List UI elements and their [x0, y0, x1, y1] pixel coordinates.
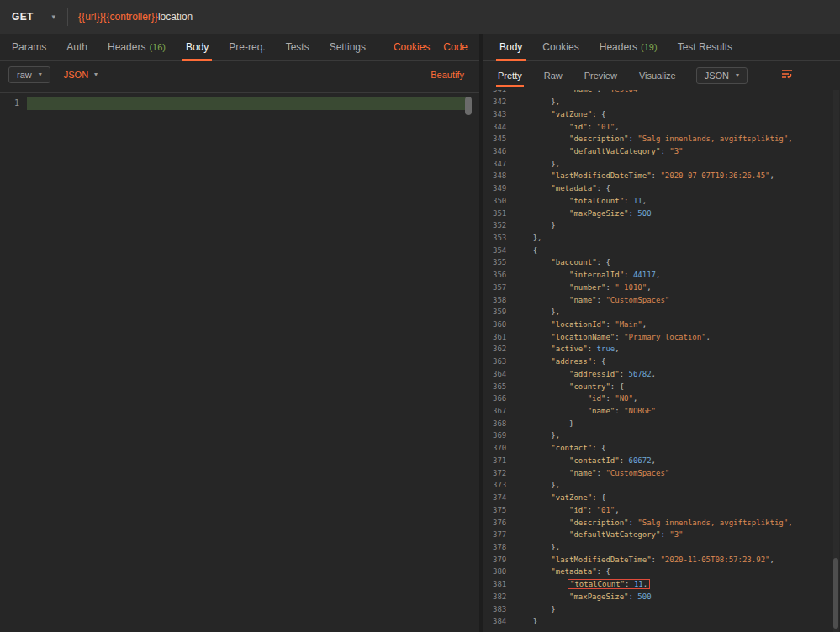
response-tab-cookies[interactable]: Cookies: [539, 34, 582, 60]
line-content: {: [515, 246, 537, 255]
request-tab-params[interactable]: Params: [8, 34, 50, 60]
code-link[interactable]: Code: [443, 41, 468, 53]
json-line: 364 "addressId": 56782,: [493, 368, 840, 381]
json-line: 358 "name": "CustomSpaces": [493, 293, 840, 306]
line-content: "vatZone": {: [515, 110, 605, 118]
view-tab-preview[interactable]: Preview: [583, 61, 619, 90]
line-number: 380: [493, 567, 515, 576]
request-tab-pre-req[interactable]: Pre-req.: [225, 34, 268, 60]
json-line: 379 "lastModifiedDateTime": "2020-11-05T…: [493, 553, 840, 566]
json-line: 381 "totalCount": 11,: [493, 578, 840, 591]
request-body-editor[interactable]: 1: [0, 92, 479, 632]
line-number: 384: [493, 617, 515, 625]
line-number: 342: [493, 97, 515, 106]
line-content: },: [515, 97, 560, 106]
request-tab-headers[interactable]: Headers(16): [104, 34, 169, 60]
line-number: 357: [493, 283, 515, 292]
editor-active-line-highlight[interactable]: [27, 97, 466, 110]
tab-label: Params: [12, 41, 46, 53]
method-label: GET: [12, 11, 34, 23]
response-scrollbar-thumb[interactable]: [833, 558, 838, 629]
tab-label: Headers: [108, 41, 145, 53]
view-tab-raw[interactable]: Raw: [542, 61, 564, 90]
line-number: 381: [493, 580, 515, 588]
line-number: 349: [493, 184, 515, 192]
json-line: 380 "metadata": {: [493, 566, 840, 578]
request-tab-body[interactable]: Body: [182, 34, 212, 60]
beautify-button[interactable]: Beautify: [431, 70, 471, 80]
json-line: 374 "vatZone": {: [493, 492, 840, 504]
line-number: 341: [493, 90, 515, 93]
line-number: 358: [493, 296, 515, 304]
editor-line: 1: [0, 96, 479, 110]
request-tab-tests[interactable]: Tests: [283, 34, 313, 60]
line-content: }: [515, 419, 573, 428]
view-tab-visualize[interactable]: Visualize: [637, 61, 678, 90]
json-line: 345 "description": "Salg innenlands, avg…: [493, 133, 840, 145]
wrap-lines-button[interactable]: [778, 66, 796, 85]
request-tab-settings[interactable]: Settings: [326, 34, 369, 60]
line-number: 351: [493, 209, 515, 218]
url-input[interactable]: {{url}}{{controller}}location: [68, 11, 193, 23]
line-content: "name": "Test04": [515, 90, 642, 93]
body-mode-select[interactable]: raw ▾: [8, 66, 50, 83]
view-tab-pretty[interactable]: Pretty: [496, 61, 524, 90]
line-number: 362: [493, 345, 515, 353]
line-number: 347: [493, 160, 515, 168]
cookies-link[interactable]: Cookies: [394, 41, 430, 53]
line-content: "metadata": {: [515, 567, 610, 576]
method-selector[interactable]: GET ▾: [0, 0, 67, 34]
json-line: 343 "vatZone": {: [493, 108, 840, 120]
response-tab-headers[interactable]: Headers(19): [596, 34, 661, 60]
tab-label: Body: [186, 41, 209, 53]
line-number: 359: [493, 308, 515, 316]
line-number: 376: [493, 519, 515, 527]
chevron-down-icon: ▾: [736, 71, 739, 79]
json-line: 368 }: [493, 417, 840, 429]
line-content: "contact": {: [515, 444, 605, 452]
line-content: "addressId": 56782,: [515, 370, 656, 378]
line-content: },: [515, 234, 542, 242]
line-content: },: [515, 160, 560, 168]
tab-label: Test Results: [678, 41, 732, 53]
line-number: 353: [493, 234, 515, 242]
response-format-select[interactable]: JSON ▾: [696, 67, 748, 84]
tab-label: Tests: [286, 41, 309, 53]
response-scrollbar-track[interactable]: [833, 90, 839, 632]
line-number: 383: [493, 605, 515, 614]
line-number: 363: [493, 357, 515, 366]
line-number: 355: [493, 258, 515, 266]
tab-label: Body: [499, 41, 522, 53]
response-tab-body[interactable]: Body: [496, 34, 526, 60]
response-body-viewer[interactable]: 341 "name": "Test04"342 },343 "vatZone":…: [483, 90, 840, 632]
request-pane: ParamsAuthHeaders(16)BodyPre-req.TestsSe…: [0, 34, 479, 632]
line-content: "lastModifiedDateTime": "2020-11-05T08:5…: [515, 556, 774, 564]
editor-scrollbar[interactable]: [465, 97, 472, 115]
line-content: "lastModifiedDateTime": "2020-07-07T10:3…: [515, 171, 774, 180]
json-line: 346 "defaultVatCategory": "3": [493, 145, 840, 158]
line-content: "address": {: [515, 357, 605, 366]
json-line: 382 "maxPageSize": 500: [493, 590, 840, 603]
line-content: }: [515, 605, 556, 614]
request-tab-auth[interactable]: Auth: [63, 34, 91, 60]
request-links: CookiesCode: [394, 34, 471, 60]
json-line: 344 "id": "01",: [493, 120, 840, 133]
line-content: "totalCount": 11,: [515, 197, 647, 205]
line-number: 366: [493, 394, 515, 403]
line-number: 365: [493, 382, 515, 391]
json-line: 363 "address": {: [493, 356, 840, 368]
view-tab-label: Visualize: [639, 71, 676, 81]
line-content: },: [515, 431, 560, 440]
tab-label: Headers: [600, 41, 637, 53]
body-language-select[interactable]: JSON ▾: [64, 70, 98, 80]
line-number: 379: [493, 556, 515, 564]
json-line: 360 "locationId": "Main",: [493, 319, 840, 331]
request-tabs: ParamsAuthHeaders(16)BodyPre-req.TestsSe…: [0, 34, 479, 61]
json-line: 383 }: [493, 603, 840, 615]
line-number: 368: [493, 419, 515, 428]
line-number: 378: [493, 543, 515, 551]
line-content: "name": "CustomSpaces": [515, 469, 669, 477]
line-number: 364: [493, 370, 515, 378]
response-tab-test-results[interactable]: Test Results: [674, 34, 736, 60]
panes: ParamsAuthHeaders(16)BodyPre-req.TestsSe…: [0, 34, 840, 632]
